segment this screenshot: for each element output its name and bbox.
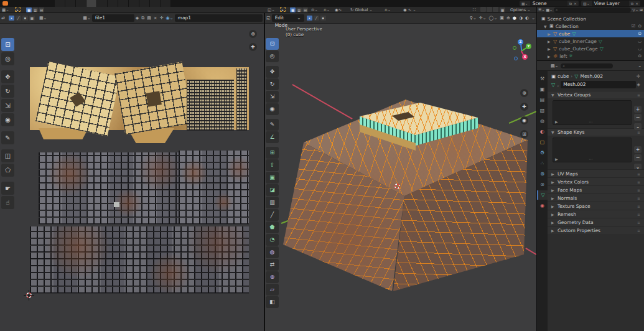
collapsed-panel-header[interactable]: ▶Texture Space≡ — [548, 202, 644, 210]
uv-tool-grab[interactable]: ☛ — [1, 182, 14, 195]
overlays-dropdown[interactable]: ◯⌄ — [488, 16, 499, 21]
outliner-filter-dropdown[interactable]: ▦⌄ — [546, 7, 553, 12]
viewport-tool-rotate[interactable]: ↻ — [266, 78, 279, 90]
collapsed-panel-header[interactable]: ▶UV Maps≡ — [548, 169, 644, 177]
shading-rendered-icon[interactable]: ◐ — [524, 16, 530, 21]
collapsed-panel-header[interactable]: ▶Face Maps≡ — [548, 185, 644, 193]
hide-eye-icon[interactable]: ⊙ — [638, 31, 642, 36]
blender-logo-icon[interactable] — [2, 1, 8, 6]
topbar-menu[interactable] — [19, 1, 26, 6]
uv-edge-mode-button[interactable]: ╱ — [16, 16, 21, 21]
uv-tool-rotate[interactable]: ↻ — [1, 85, 14, 98]
proportional-falloff-dropdown[interactable]: ◉ ∿ ⌄ — [403, 7, 416, 13]
outliner-row-collection[interactable]: ▼ ▣ Collection ☑⊙ — [537, 22, 644, 30]
orthographic-toggle-icon[interactable]: ⊞ — [520, 130, 528, 138]
camera-view-icon[interactable]: ◉ — [520, 116, 528, 124]
scene-selector[interactable]: ▦⌄ Scene ⧉ × — [520, 1, 579, 6]
shading-dropdown[interactable]: ⌄ — [530, 16, 536, 21]
uv-map-icon[interactable]: ◉⌄ — [165, 16, 175, 21]
hidden-eye-icon[interactable]: ◡ — [638, 39, 642, 44]
snap-magnet-toggle[interactable]: ∩⌄ — [385, 7, 391, 13]
expand-icon[interactable]: ▶ — [548, 54, 551, 58]
uv-select-mode-subtract[interactable]: ▤ — [39, 7, 44, 12]
outliner-display-mode-dropdown[interactable]: ☰⌄ — [538, 7, 544, 12]
viewport-3d-cursor[interactable] — [394, 184, 400, 189]
outliner-row-left[interactable]: ▶ ☼ left ☼ ⊙ — [537, 52, 644, 60]
pin-id-icon[interactable]: ✛ — [637, 73, 640, 79]
transform-orientation-dropdown[interactable]: ↻ Global ⌄ — [350, 7, 373, 13]
outliner-row-cube-innercage[interactable]: ▶ ▽ cube_InnerCage ▽ ◡ — [537, 37, 644, 45]
workspace-tab[interactable] — [118, 0, 129, 7]
pivot-point-dropdown[interactable]: ⊙⌄ — [311, 7, 318, 13]
viewport-tool-scale[interactable]: ⇲ — [266, 91, 279, 103]
fake-user-shield-icon[interactable]: ◈ — [134, 16, 140, 21]
workspace-tab[interactable] — [161, 0, 171, 7]
area-divider[interactable] — [264, 13, 265, 331]
uv-face-mode-button[interactable]: ▪ — [22, 16, 28, 21]
gizmo-neg-y-axis[interactable] — [513, 46, 516, 50]
uv-select-mode-new[interactable]: ▦ — [26, 7, 32, 12]
open-image-folder-icon[interactable]: ▤ — [146, 16, 152, 21]
uv-canvas[interactable]: ⊕ ✚ — [0, 24, 264, 331]
vp-select-mode-new[interactable]: ▦ — [290, 7, 296, 12]
outliner-row-cube-outercage[interactable]: ▶ ▽ cube_OuterCage ▽ ◡ — [537, 45, 644, 52]
properties-tab-material[interactable]: ◉ — [537, 201, 548, 210]
area-divider[interactable] — [536, 7, 537, 331]
workspace-tab[interactable] — [97, 0, 108, 7]
shape-keys-panel-header[interactable]: ▼Shape Keys≡ — [548, 128, 644, 136]
face-select-button[interactable]: ▪ — [320, 16, 326, 21]
hidden-eye-icon[interactable]: ◡ — [638, 46, 642, 51]
workspace-tab[interactable] — [129, 0, 139, 7]
properties-tab-object-data[interactable]: ▽ — [537, 190, 548, 200]
topbar-menu[interactable] — [11, 1, 19, 6]
viewport-tool-transform[interactable]: ◉ — [266, 103, 279, 115]
exclude-checkbox[interactable]: ☑ — [632, 24, 635, 29]
properties-tab-scene[interactable]: ◍ — [537, 116, 548, 126]
vp-select-mode-extend[interactable]: ▥ — [296, 7, 302, 12]
mirror-axis-button[interactable] — [493, 7, 498, 12]
proportional-edit-icon[interactable]: ◉∿ — [335, 7, 342, 13]
filter-expand-icon[interactable]: ▶ — [555, 119, 558, 124]
vertex-select-button[interactable]: ∙ — [307, 16, 312, 21]
viewport-editor-type-icon[interactable]: ◱⌄ — [268, 7, 275, 13]
uv-tool-select-box[interactable]: ⊡ — [1, 38, 14, 51]
properties-tab-view-layer[interactable]: ▧ — [537, 106, 548, 115]
outliner-search-input[interactable]: ⌕ — [554, 7, 631, 12]
properties-tab-tool[interactable]: ⚒ — [537, 74, 548, 83]
mirror-axis-button[interactable] — [487, 7, 492, 12]
outliner-funnel-icon[interactable]: ▽⌄ — [632, 7, 638, 12]
expand-icon[interactable]: ▼ — [544, 24, 548, 29]
workspace-tab[interactable] — [108, 0, 118, 7]
breadcrumb-data[interactable]: Mesh.002 — [581, 73, 603, 79]
uv-vertex-mode-button[interactable]: ∙ — [9, 16, 14, 21]
properties-tab-modifiers[interactable]: ⚙ — [537, 148, 548, 157]
properties-tab-render[interactable]: ▣ — [537, 85, 548, 94]
add-shape-key-button[interactable]: + — [634, 146, 642, 153]
pin-icon[interactable]: ✛ — [159, 16, 165, 21]
gizmo-y-axis[interactable]: Y — [526, 44, 531, 49]
viewport-tool-move[interactable]: ✥ — [266, 66, 279, 78]
uv-tool-annotate[interactable]: ✎ — [1, 131, 14, 144]
zoom-icon[interactable]: ⊕ — [520, 89, 528, 97]
shading-material-icon[interactable]: ◑ — [518, 16, 524, 21]
remove-shape-key-button[interactable]: − — [634, 154, 642, 161]
uv-editor-type-icon[interactable]: ▦⌄ — [2, 7, 9, 13]
fake-user-shield-icon[interactable]: ◈ — [637, 82, 640, 87]
pan-hand-icon[interactable]: ✚ — [249, 43, 257, 51]
snap-dropdown[interactable]: ∩⌄ — [324, 7, 330, 13]
expand-icon[interactable]: ▶ — [548, 39, 551, 44]
workspace-tab[interactable] — [150, 0, 161, 7]
viewport-tool-rip-region[interactable]: ◧ — [266, 296, 279, 308]
properties-tab-physics[interactable]: ⊚ — [537, 169, 548, 179]
viewport-tool-add-cube[interactable]: ⊞ — [266, 147, 279, 159]
new-collection-icon[interactable]: ⊞ — [640, 7, 643, 12]
image-name-field[interactable]: file1 — [92, 14, 134, 22]
view-layer-selector[interactable]: ▧⌄ View Layer ⧉ × — [581, 1, 640, 6]
filter-expand-icon[interactable]: ▶ — [555, 157, 558, 161]
uv-tool-cursor[interactable]: ◎ — [1, 52, 14, 65]
gizmo-x-axis[interactable]: X — [522, 54, 528, 60]
viewport-canvas[interactable]: User Perspective (0) cube — [265, 24, 536, 331]
uv-sticky-selection-dropdown[interactable]: ▦⌄ — [38, 16, 48, 21]
pan-hand-icon[interactable]: ✚ — [520, 103, 528, 111]
topbar-menu[interactable] — [26, 1, 34, 6]
